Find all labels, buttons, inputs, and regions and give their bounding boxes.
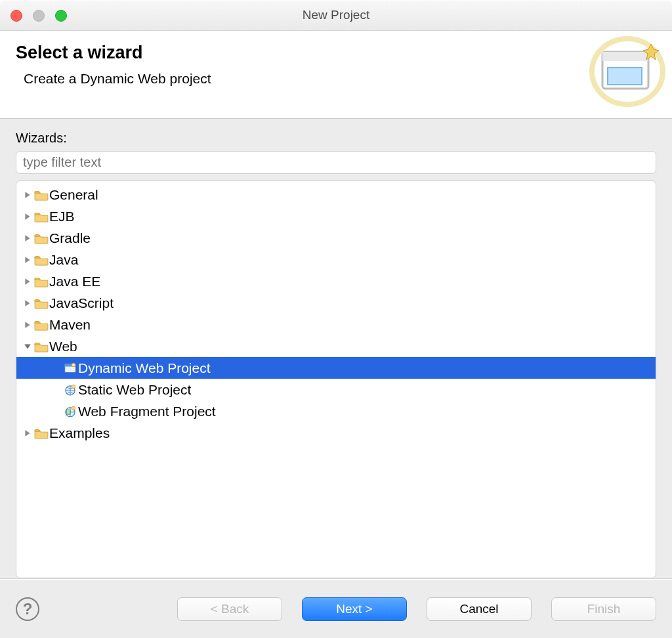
tree-item-label: Examples: [49, 425, 110, 441]
finish-button[interactable]: Finish: [551, 597, 656, 621]
tree-item-static-web-project[interactable]: Static Web Project: [16, 379, 656, 400]
chevron-right-icon[interactable]: [22, 429, 33, 437]
tree-item-label: EJB: [49, 209, 75, 224]
folder-icon: [33, 254, 49, 266]
tree-item-javascript[interactable]: JavaScript: [16, 292, 656, 314]
tree-item-label: General: [49, 187, 98, 203]
help-button[interactable]: ?: [16, 597, 39, 621]
tree-item-java[interactable]: Java: [16, 249, 656, 270]
wizards-label: Wizards:: [16, 131, 656, 146]
folder-icon: [33, 232, 49, 244]
tree-item-examples[interactable]: Examples: [16, 422, 656, 444]
dynamic-web-project-icon: [62, 362, 78, 375]
minimize-window-button[interactable]: [33, 10, 45, 22]
wizard-banner: Select a wizard Create a Dynamic Web pro…: [0, 31, 672, 119]
folder-icon: [33, 341, 49, 352]
next-button[interactable]: Next >: [302, 597, 407, 621]
chevron-right-icon[interactable]: [22, 299, 33, 307]
web-fragment-project-icon: [62, 405, 78, 418]
maximize-window-button[interactable]: [55, 10, 67, 22]
chevron-right-icon[interactable]: [22, 321, 33, 329]
wizard-subheading: Create a Dynamic Web project: [24, 71, 656, 87]
chevron-down-icon[interactable]: [22, 343, 33, 351]
cancel-button[interactable]: Cancel: [427, 597, 532, 621]
tree-item-maven[interactable]: Maven: [16, 314, 656, 335]
folder-icon: [33, 211, 49, 223]
folder-icon: [33, 189, 49, 201]
tree-item-dynamic-web-project[interactable]: Dynamic Web Project: [16, 357, 656, 379]
tree-item-label: Maven: [49, 317, 91, 333]
chevron-right-icon[interactable]: [22, 191, 33, 199]
chevron-right-icon[interactable]: [22, 234, 33, 242]
wizard-content: Wizards: GeneralEJBGradleJavaJava EEJava…: [0, 119, 672, 579]
tree-item-web-fragment-project[interactable]: Web Fragment Project: [16, 400, 656, 422]
folder-icon: [33, 319, 49, 331]
titlebar: New Project: [0, 0, 672, 31]
folder-icon: [33, 297, 49, 309]
window-controls: [10, 10, 67, 22]
static-web-project-icon: [62, 383, 78, 396]
folder-icon: [33, 276, 49, 287]
tree-item-label: Java EE: [49, 274, 100, 289]
wizard-filter-input[interactable]: [16, 151, 656, 174]
wizard-heading: Select a wizard: [16, 43, 656, 63]
chevron-right-icon[interactable]: [22, 213, 33, 221]
window-title: New Project: [303, 8, 369, 22]
back-button[interactable]: < Back: [177, 597, 282, 621]
wizard-banner-icon: [588, 35, 667, 114]
tree-item-label: Web: [49, 339, 77, 354]
tree-item-label: Static Web Project: [78, 382, 191, 398]
wizard-tree[interactable]: GeneralEJBGradleJavaJava EEJavaScriptMav…: [16, 181, 656, 578]
tree-item-general[interactable]: General: [16, 184, 656, 205]
chevron-right-icon[interactable]: [22, 256, 33, 264]
tree-item-gradle[interactable]: Gradle: [16, 227, 656, 249]
tree-item-label: JavaScript: [49, 295, 114, 311]
folder-icon: [33, 427, 49, 439]
tree-item-label: Web Fragment Project: [78, 404, 216, 419]
tree-item-ejb[interactable]: EJB: [16, 205, 656, 227]
chevron-right-icon[interactable]: [22, 278, 33, 286]
tree-item-java-ee[interactable]: Java EE: [16, 270, 656, 292]
tree-item-label: Dynamic Web Project: [78, 360, 211, 376]
tree-item-label: Java: [49, 252, 78, 268]
close-window-button[interactable]: [10, 10, 22, 22]
tree-item-label: Gradle: [49, 230, 91, 246]
tree-item-web[interactable]: Web: [16, 335, 656, 357]
wizard-footer: ? < Back Next > Cancel Finish: [0, 579, 672, 638]
